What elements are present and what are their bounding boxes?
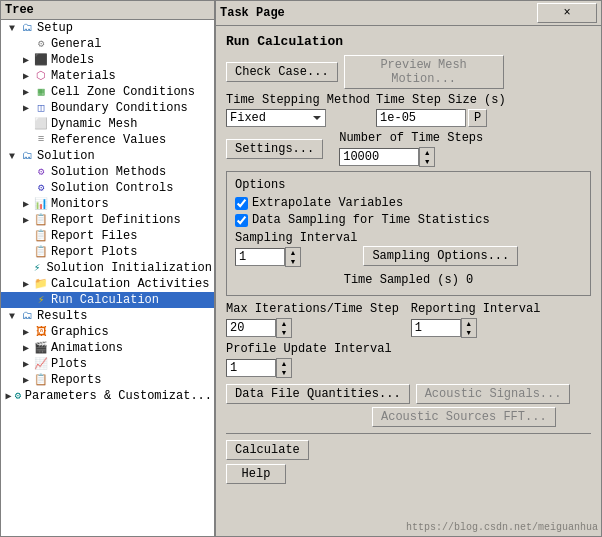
tree-toggle-report-def[interactable]: ▶ <box>19 214 33 226</box>
max-iter-up[interactable]: ▲ <box>277 319 291 328</box>
tree-item-params[interactable]: ▶ ⚙ Parameters & Customizat... <box>1 388 214 404</box>
max-iter-spinbtns: ▲ ▼ <box>276 318 292 338</box>
extrapolate-row: Extrapolate Variables <box>235 196 582 210</box>
extrapolate-checkbox[interactable] <box>235 197 248 210</box>
tree-item-sol-init[interactable]: ⚡ Solution Initialization <box>1 260 214 276</box>
tree-icon-animations: 🎬 <box>33 341 49 355</box>
tree-item-general[interactable]: ⚙ General <box>1 36 214 52</box>
tree-label-materials: Materials <box>51 69 116 83</box>
tree-toggle-boundary[interactable]: ▶ <box>19 102 33 114</box>
tree-item-monitors[interactable]: ▶ 📊 Monitors <box>1 196 214 212</box>
preview-mesh-motion-button[interactable]: Preview Mesh Motion... <box>344 55 504 89</box>
tree-toggle-monitors[interactable]: ▶ <box>19 198 33 210</box>
acoustic-sources-fft-button[interactable]: Acoustic Sources FFT... <box>372 407 556 427</box>
tree-label-boundary: Boundary Conditions <box>51 101 188 115</box>
sampling-interval-up[interactable]: ▲ <box>286 248 300 257</box>
profile-update-spinner: ▲ ▼ <box>226 358 591 378</box>
tree-item-models[interactable]: ▶ ⬛ Models <box>1 52 214 68</box>
tree-label-report-plots: Report Plots <box>51 245 137 259</box>
tree-item-run-calc[interactable]: ⚡ Run Calculation <box>1 292 214 308</box>
time-stepping-method-select[interactable]: Fixed Adaptive <box>226 109 326 127</box>
tree-item-calc-act[interactable]: ▶ 📁 Calculation Activities <box>1 276 214 292</box>
num-timesteps-col: Number of Time Steps ▲ ▼ <box>339 131 483 167</box>
tree-icon-models: ⬛ <box>33 53 49 67</box>
p-button[interactable]: P <box>468 109 487 127</box>
tree-item-report-files[interactable]: 📋 Report Files <box>1 228 214 244</box>
tree-icon-sol-init: ⚡ <box>30 261 44 275</box>
tree-item-sol-methods[interactable]: ⚙ Solution Methods <box>1 164 214 180</box>
acoustic-signals-button[interactable]: Acoustic Signals... <box>416 384 571 404</box>
sampling-options-button[interactable]: Sampling Options... <box>363 246 518 266</box>
time-step-size-input[interactable] <box>376 109 466 127</box>
profile-update-label: Profile Update Interval <box>226 342 591 356</box>
help-row: Help <box>226 464 591 484</box>
sampling-interval-down[interactable]: ▼ <box>286 257 300 266</box>
tree-toggle-animations[interactable]: ▶ <box>19 342 33 354</box>
reporting-interval-spinbtns: ▲ ▼ <box>461 318 477 338</box>
settings-numsteps-row: Settings... Number of Time Steps ▲ ▼ <box>226 131 591 167</box>
tree-item-plots-r[interactable]: ▶ 📈 Plots <box>1 356 214 372</box>
tree-toggle-solution[interactable]: ▼ <box>5 151 19 162</box>
max-iter-input[interactable] <box>226 319 276 337</box>
close-button[interactable]: × <box>537 3 597 23</box>
sampling-interval-input[interactable] <box>235 248 285 266</box>
num-timesteps-up[interactable]: ▲ <box>420 148 434 157</box>
acoustic-fft-row: Acoustic Sources FFT... <box>226 407 591 427</box>
divider <box>226 433 591 434</box>
tree-item-animations[interactable]: ▶ 🎬 Animations <box>1 340 214 356</box>
calculate-help-row: Calculate <box>226 440 591 460</box>
data-file-quantities-button[interactable]: Data File Quantities... <box>226 384 410 404</box>
profile-update-input[interactable] <box>226 359 276 377</box>
max-iter-spinner: ▲ ▼ <box>226 318 399 338</box>
tree-toggle-results[interactable]: ▼ <box>5 311 19 322</box>
tree-label-params: Parameters & Customizat... <box>25 389 212 403</box>
time-step-size-col: Time Step Size (s) P <box>376 93 506 127</box>
tree-item-results[interactable]: ▼ 🗂 Results <box>1 308 214 324</box>
max-iter-down[interactable]: ▼ <box>277 328 291 337</box>
check-case-button[interactable]: Check Case... <box>226 62 338 82</box>
tree-toggle-models[interactable]: ▶ <box>19 54 33 66</box>
tree-item-solution[interactable]: ▼ 🗂 Solution <box>1 148 214 164</box>
tree-item-dynamic-mesh[interactable]: ⬜ Dynamic Mesh <box>1 116 214 132</box>
tree-item-materials[interactable]: ▶ ⬡ Materials <box>1 68 214 84</box>
reporting-interval-up[interactable]: ▲ <box>462 319 476 328</box>
num-timesteps-input[interactable] <box>339 148 419 166</box>
reporting-interval-down[interactable]: ▼ <box>462 328 476 337</box>
profile-update-down[interactable]: ▼ <box>277 368 291 377</box>
sampling-interval-label: Sampling Interval <box>235 231 357 245</box>
profile-update-up[interactable]: ▲ <box>277 359 291 368</box>
tree-item-report-def[interactable]: ▶ 📋 Report Definitions <box>1 212 214 228</box>
tree-toggle-setup[interactable]: ▼ <box>5 23 19 34</box>
tree-toggle-params[interactable]: ▶ <box>4 390 13 402</box>
reporting-interval-col: Reporting Interval ▲ ▼ <box>411 302 541 338</box>
tree-icon-results: 🗂 <box>19 309 35 323</box>
tree-label-sol-methods: Solution Methods <box>51 165 166 179</box>
tree-item-setup[interactable]: ▼ 🗂 Setup <box>1 20 214 36</box>
tree-item-boundary[interactable]: ▶ ◫ Boundary Conditions <box>1 100 214 116</box>
tree-toggle-calc-act[interactable]: ▶ <box>19 278 33 290</box>
max-iter-col: Max Iterations/Time Step ▲ ▼ <box>226 302 399 338</box>
tree-label-graphics: Graphics <box>51 325 109 339</box>
tree-toggle-cell-zone[interactable]: ▶ <box>19 86 33 98</box>
tree-toggle-reports-r[interactable]: ▶ <box>19 374 33 386</box>
tree-icon-setup: 🗂 <box>19 21 35 35</box>
tree-toggle-materials[interactable]: ▶ <box>19 70 33 82</box>
help-button[interactable]: Help <box>226 464 286 484</box>
num-timesteps-down[interactable]: ▼ <box>420 157 434 166</box>
tree-item-sol-controls[interactable]: ⚙ Solution Controls <box>1 180 214 196</box>
tree-label-run-calc: Run Calculation <box>51 293 159 307</box>
tree-item-graphics[interactable]: ▶ 🖼 Graphics <box>1 324 214 340</box>
tree-icon-solution: 🗂 <box>19 149 35 163</box>
options-group: Options Extrapolate Variables Data Sampl… <box>226 171 591 296</box>
tree-toggle-graphics[interactable]: ▶ <box>19 326 33 338</box>
tree-item-cell-zone[interactable]: ▶ ▦ Cell Zone Conditions <box>1 84 214 100</box>
reporting-interval-input[interactable] <box>411 319 461 337</box>
data-sampling-row: Data Sampling for Time Statistics <box>235 213 582 227</box>
settings-button[interactable]: Settings... <box>226 139 323 159</box>
tree-item-reports-r[interactable]: ▶ 📋 Reports <box>1 372 214 388</box>
tree-item-report-plots[interactable]: 📋 Report Plots <box>1 244 214 260</box>
tree-toggle-plots-r[interactable]: ▶ <box>19 358 33 370</box>
data-sampling-checkbox[interactable] <box>235 214 248 227</box>
calculate-button[interactable]: Calculate <box>226 440 309 460</box>
tree-item-reference[interactable]: ≡ Reference Values <box>1 132 214 148</box>
